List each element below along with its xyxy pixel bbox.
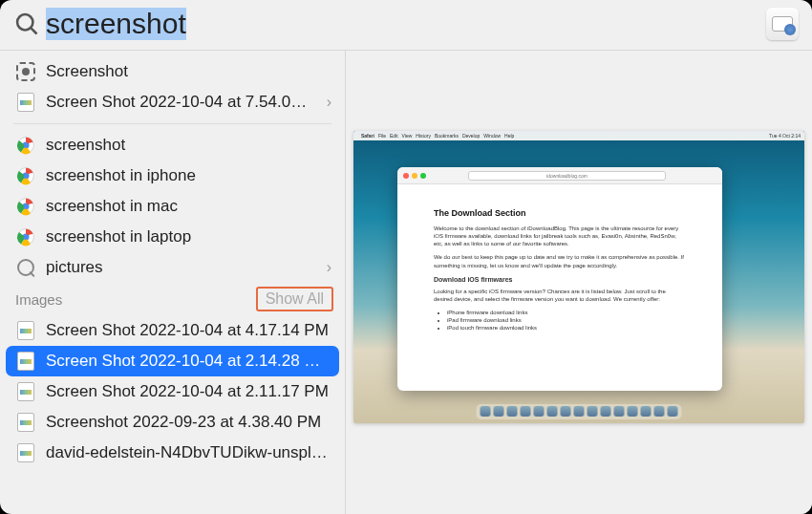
- web-result[interactable]: screenshot in iphone: [0, 161, 345, 191]
- image-result-selected[interactable]: Screen Shot 2022-10-04 at 2.14.28 PM: [6, 346, 339, 376]
- show-all-button[interactable]: Show All: [256, 287, 333, 311]
- search-icon: [13, 11, 40, 37]
- divider: [13, 123, 331, 124]
- results-sidebar: Screenshot Screen Shot 2022-10-04 at 7.5…: [0, 51, 346, 514]
- web-result-generic[interactable]: pictures ›: [0, 252, 345, 283]
- preview-app-icon[interactable]: [766, 8, 799, 40]
- search-bar: [0, 0, 812, 51]
- chrome-icon: [15, 196, 36, 217]
- result-label: Screen Shot 2022-10-04 at 7.54.0…: [46, 93, 327, 112]
- web-result[interactable]: screenshot in laptop: [0, 222, 345, 252]
- screenshot-app-icon: [15, 61, 36, 82]
- preview-heading: The Download Section: [434, 207, 686, 219]
- image-file-icon: [15, 442, 36, 463]
- top-hit-file[interactable]: Screen Shot 2022-10-04 at 7.54.0… ›: [0, 87, 345, 118]
- image-result[interactable]: Screen Shot 2022-10-04 at 4.17.14 PM: [0, 315, 345, 346]
- magnifier-icon: [15, 257, 36, 278]
- chevron-right-icon: ›: [327, 94, 331, 111]
- preview-thumbnail[interactable]: Safari File Edit View History Bookmarks …: [353, 131, 804, 423]
- chrome-icon: [15, 226, 36, 247]
- web-result[interactable]: screenshot: [0, 130, 345, 161]
- image-file-icon: [15, 381, 36, 402]
- chevron-right-icon: ›: [327, 259, 331, 276]
- chrome-icon: [15, 135, 36, 156]
- svg-point-0: [17, 14, 32, 30]
- result-label: david-edelstein-N4DbvTUDikw-unspl…: [46, 443, 331, 462]
- search-input[interactable]: [46, 8, 766, 40]
- image-file-icon: [15, 320, 36, 341]
- result-label: Screenshot 2022-09-23 at 4.38.40 PM: [46, 413, 331, 432]
- preview-address-bar: idownloadblog.com: [468, 171, 666, 181]
- preview-pane: Safari File Edit View History Bookmarks …: [346, 51, 812, 514]
- image-file-icon: [15, 412, 36, 433]
- section-title: Images: [15, 291, 256, 308]
- content-area: Screenshot Screen Shot 2022-10-04 at 7.5…: [0, 51, 812, 514]
- result-label: Screenshot: [46, 62, 331, 81]
- result-label: screenshot in mac: [46, 197, 331, 216]
- image-file-icon: [15, 351, 36, 372]
- web-result[interactable]: screenshot in mac: [0, 191, 345, 222]
- top-hit-app[interactable]: Screenshot: [0, 56, 345, 87]
- chrome-icon: [15, 165, 36, 186]
- spotlight-window: Screenshot Screen Shot 2022-10-04 at 7.5…: [0, 0, 812, 514]
- image-result[interactable]: Screen Shot 2022-10-04 at 2.11.17 PM: [0, 376, 345, 407]
- result-label: screenshot: [46, 136, 331, 155]
- result-label: Screen Shot 2022-10-04 at 2.11.17 PM: [46, 382, 331, 401]
- result-label: screenshot in laptop: [46, 227, 331, 246]
- result-label: screenshot in iphone: [46, 166, 331, 185]
- preview-browser-window: idownloadblog.com The Download Section W…: [397, 167, 722, 391]
- image-result[interactable]: Screenshot 2022-09-23 at 4.38.40 PM: [0, 407, 345, 438]
- image-file-icon: [15, 92, 36, 113]
- preview-menubar: Safari File Edit View History Bookmarks …: [353, 131, 804, 140]
- result-label: Screen Shot 2022-10-04 at 2.14.28 PM: [46, 352, 326, 371]
- image-result[interactable]: david-edelstein-N4DbvTUDikw-unspl…: [0, 438, 345, 468]
- result-label: Screen Shot 2022-10-04 at 4.17.14 PM: [46, 321, 331, 340]
- images-section-header: Images Show All: [0, 283, 345, 315]
- preview-dock: [477, 404, 682, 419]
- svg-line-1: [32, 29, 37, 34]
- result-label: pictures: [46, 258, 327, 277]
